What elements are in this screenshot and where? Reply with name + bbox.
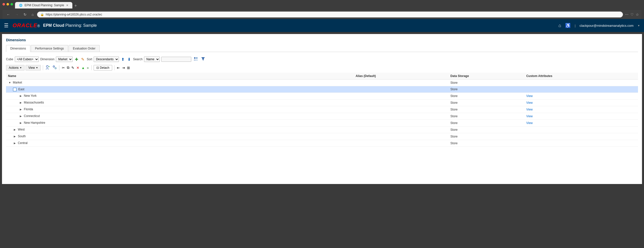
- edit-icon[interactable]: ✎: [71, 65, 75, 70]
- sort-select[interactable]: Descendants: [94, 56, 119, 62]
- alias-cell: [354, 80, 448, 86]
- cube-label: Cube: [6, 58, 13, 61]
- row-name: Massachusetts: [24, 101, 44, 104]
- search-input[interactable]: [161, 57, 191, 62]
- row-checkbox[interactable]: [13, 88, 17, 91]
- view-button[interactable]: View ▼: [26, 65, 41, 70]
- custom-attr-link[interactable]: View: [526, 108, 533, 111]
- col-header-name: Name: [6, 73, 354, 80]
- table-row[interactable]: ▶ West Store: [6, 126, 638, 133]
- add-child-icon[interactable]: +: [52, 64, 57, 71]
- user-dropdown-icon[interactable]: ▼: [637, 24, 640, 27]
- table-row[interactable]: ▶ Central Store: [6, 140, 638, 146]
- table-row[interactable]: ▶ Connecticut Store View: [6, 113, 638, 120]
- star-icon[interactable]: ☆: [636, 12, 639, 16]
- view-columns-icon[interactable]: ⊞: [126, 65, 130, 70]
- action-toolbar: Actions ▼ View ▼ + + ✂ ⧉ ✎ ✕ ▲ » ⊡ Detac…: [6, 64, 638, 72]
- expand-icon[interactable]: ▶: [19, 108, 23, 112]
- custom-attr-link[interactable]: View: [526, 114, 533, 118]
- custom-cell[interactable]: View: [524, 106, 638, 113]
- cube-select[interactable]: <All Cubes>: [15, 56, 39, 62]
- expand-icon[interactable]: ▶: [13, 135, 17, 138]
- tab-close-button[interactable]: ✕: [66, 4, 68, 7]
- custom-cell: [524, 133, 638, 140]
- custom-attr-link[interactable]: View: [526, 94, 533, 98]
- table-row[interactable]: ▶ Florida Store View: [6, 106, 638, 113]
- table-row[interactable]: ▶ Massachusetts Store View: [6, 99, 638, 106]
- custom-cell[interactable]: View: [524, 113, 638, 120]
- storage-cell: Store: [448, 106, 524, 113]
- reload-button[interactable]: ↻: [22, 12, 28, 17]
- custom-attr-link[interactable]: View: [526, 121, 533, 125]
- custom-attr-link[interactable]: View: [526, 101, 533, 104]
- row-name: Market: [13, 81, 22, 84]
- edit-pencil-icon[interactable]: ✎: [80, 57, 85, 62]
- user-menu[interactable]: clackpour@mindstreamanalytics.com: [580, 24, 634, 28]
- table-row[interactable]: East Store: [6, 86, 638, 93]
- custom-cell[interactable]: View: [524, 120, 638, 126]
- sort-desc-icon[interactable]: ⬇: [127, 57, 131, 62]
- home-icon[interactable]: ⌂: [558, 23, 561, 28]
- expand-icon[interactable]: ▶: [19, 115, 23, 118]
- custom-cell[interactable]: View: [524, 99, 638, 106]
- expand-icon[interactable]: ▶: [19, 94, 23, 98]
- table-row[interactable]: ▶ New Hampshire Store View: [6, 120, 638, 126]
- header-divider: |: [575, 24, 575, 28]
- storage-cell: Store: [448, 113, 524, 120]
- back-button[interactable]: ←: [5, 12, 12, 17]
- detach-button[interactable]: ⊡ Detach: [94, 65, 112, 70]
- expand-icon[interactable]: ▶: [19, 122, 23, 125]
- minimize-button[interactable]: [7, 3, 9, 6]
- close-button[interactable]: [3, 3, 5, 6]
- page-title: Dimensions: [6, 38, 638, 42]
- dimension-label: Dimension: [40, 58, 55, 61]
- table-row[interactable]: ▶ South Store: [6, 133, 638, 140]
- storage-cell: Store: [448, 140, 524, 146]
- detach-icon: ⊡: [96, 66, 99, 70]
- actions-button[interactable]: Actions ▼: [6, 65, 25, 70]
- dimension-select[interactable]: Market: [56, 56, 73, 62]
- tab-performance-settings[interactable]: Performance Settings: [31, 45, 68, 52]
- maximize-button[interactable]: [11, 3, 13, 6]
- filter-icon[interactable]: [200, 56, 206, 62]
- add-member-icon[interactable]: +: [45, 64, 51, 71]
- address-bar[interactable]: 🔒 https://planning-a418326.pbcs.us2.orac…: [37, 12, 623, 18]
- view-dropdown-icon: ▼: [36, 66, 38, 69]
- search-people-icon[interactable]: [193, 56, 199, 62]
- expand-icon[interactable]: ▶: [13, 128, 17, 132]
- expand-icon[interactable]: ▶: [13, 142, 17, 145]
- delete-icon[interactable]: ✕: [76, 65, 80, 70]
- custom-cell[interactable]: View: [524, 92, 638, 99]
- oracle-header: ☰ ORACLE® EPM Cloud Planning: Sample ⌂ ♿…: [0, 19, 644, 32]
- cut-icon[interactable]: ✂: [61, 65, 65, 70]
- bookmark-icon[interactable]: ♡: [630, 12, 634, 16]
- custom-cell: [524, 80, 638, 86]
- tab-evaluation-order[interactable]: Evaluation Order: [69, 45, 100, 52]
- forward-button[interactable]: →: [14, 12, 20, 17]
- browser-tab[interactable]: 🌐 EPM Cloud Planning: Sample ✕: [15, 2, 72, 8]
- home-button[interactable]: ⌂: [30, 12, 35, 17]
- svg-point-0: [194, 57, 196, 59]
- table-row[interactable]: ▶ New York Store View: [6, 92, 638, 99]
- copy-icon[interactable]: ⧉: [66, 65, 70, 70]
- alias-cell: [354, 113, 448, 120]
- new-tab-button[interactable]: +: [72, 3, 79, 8]
- move-up-icon[interactable]: ▲: [81, 65, 85, 70]
- storage-cell: Store: [448, 92, 524, 99]
- indent-right-icon[interactable]: ⇥: [121, 65, 125, 70]
- indent-left-icon[interactable]: ⇤: [116, 65, 120, 70]
- accessibility-icon[interactable]: ♿: [565, 23, 571, 28]
- row-name: Florida: [24, 108, 33, 111]
- table-row[interactable]: ▼ Market Store: [6, 80, 638, 86]
- sort-asc-icon[interactable]: ⬆: [120, 57, 125, 62]
- expand-icon[interactable]: ▶: [19, 101, 23, 105]
- tab-dimensions[interactable]: Dimensions: [6, 45, 30, 52]
- extensions-icon[interactable]: ⋯: [625, 12, 628, 16]
- add-icon[interactable]: ✚: [74, 57, 79, 62]
- hamburger-menu[interactable]: ☰: [4, 22, 9, 28]
- search-field-select[interactable]: Name: [144, 56, 160, 62]
- url-text: https://planning-a418326.pbcs.us2.oracle…: [46, 13, 102, 16]
- row-name: New Hampshire: [24, 121, 45, 124]
- collapse-icon[interactable]: ▼: [8, 81, 12, 85]
- move-right-icon[interactable]: »: [86, 65, 89, 70]
